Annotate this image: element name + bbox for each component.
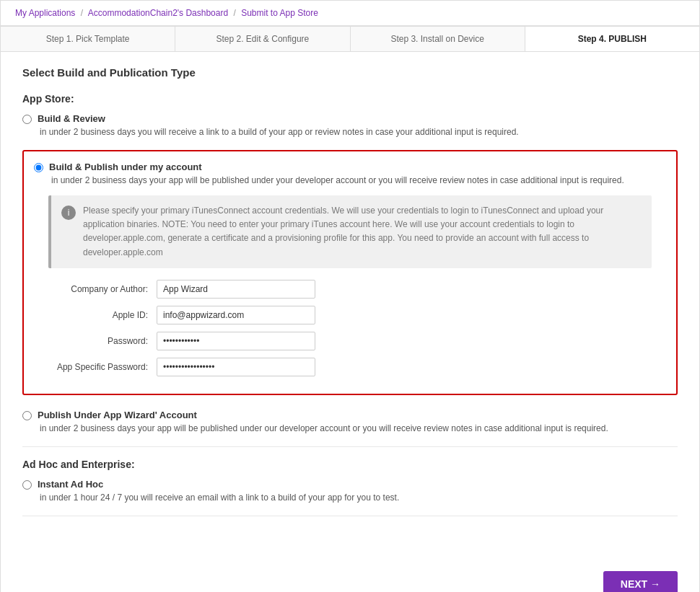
step-1[interactable]: Step 1. Pick Template: [1, 27, 175, 51]
publish-wizard-desc: in under 2 business days your app will b…: [40, 422, 678, 435]
build-publish-option: Build & Publish under my account in unde…: [34, 162, 666, 187]
instant-adhoc-title: Instant Ad Hoc: [38, 479, 103, 490]
app-store-label: App Store:: [22, 93, 678, 105]
publish-wizard-option: Publish Under App Wizard' Account in und…: [22, 410, 678, 435]
build-publish-radio[interactable]: [34, 163, 43, 172]
page-title: Select Build and Publication Type: [22, 66, 678, 79]
app-specific-password-row: App Specific Password:: [48, 358, 652, 376]
step-2[interactable]: Step 2. Edit & Configure: [175, 27, 350, 51]
publish-wizard-radio[interactable]: [22, 411, 32, 420]
breadcrumb-link-dashboard[interactable]: AccommodationChain2's Dashboard: [88, 8, 228, 18]
divider-1: [22, 446, 678, 447]
apple-id-input[interactable]: [157, 306, 315, 324]
breadcrumb-sep-2: /: [233, 8, 235, 18]
company-row: Company or Author:: [48, 280, 652, 299]
company-input[interactable]: [157, 280, 315, 299]
publish-wizard-label[interactable]: Publish Under App Wizard' Account: [22, 410, 678, 420]
next-button[interactable]: NEXT →: [603, 571, 678, 592]
build-publish-title: Build & Publish under my account: [49, 162, 202, 172]
password-row: Password:: [48, 332, 652, 350]
build-review-label[interactable]: Build & Review: [22, 113, 678, 124]
footer: NEXT →: [1, 557, 699, 592]
adhoc-section: Ad Hoc and Enterprise: Instant Ad Hoc in…: [22, 459, 678, 504]
steps-bar: Step 1. Pick Template Step 2. Edit & Con…: [1, 26, 699, 52]
password-label: Password:: [48, 336, 157, 346]
build-review-title: Build & Review: [38, 113, 105, 124]
info-box: i Please specify your primary iTunesConn…: [48, 195, 652, 268]
build-publish-desc: in under 2 business days your app will b…: [51, 174, 666, 187]
instant-adhoc-radio[interactable]: [22, 480, 32, 490]
instant-adhoc-option: Instant Ad Hoc in under 1 hour 24 / 7 yo…: [22, 479, 678, 504]
info-text: Please specify your primary iTunesConnec…: [83, 204, 642, 260]
breadcrumb-sep-1: /: [81, 8, 83, 18]
step-3[interactable]: Step 3. Install on Device: [351, 27, 525, 51]
company-label: Company or Author:: [48, 284, 157, 294]
breadcrumb-current: Submit to App Store: [241, 8, 318, 18]
main-content: Select Build and Publication Type App St…: [1, 52, 699, 542]
breadcrumb: My Applications / AccommodationChain2's …: [1, 1, 699, 26]
divider-2: [22, 516, 678, 516]
adhoc-title: Ad Hoc and Enterprise:: [22, 459, 678, 470]
instant-adhoc-label[interactable]: Instant Ad Hoc: [22, 479, 678, 490]
app-specific-password-label: App Specific Password:: [48, 362, 157, 372]
build-publish-label[interactable]: Build & Publish under my account: [34, 162, 666, 172]
apple-id-row: Apple ID:: [48, 306, 652, 324]
build-review-radio[interactable]: [22, 115, 32, 124]
info-icon: i: [61, 206, 76, 220]
password-input[interactable]: [157, 332, 315, 350]
build-publish-selected-box: Build & Publish under my account in unde…: [22, 150, 678, 395]
publish-wizard-title: Publish Under App Wizard' Account: [38, 410, 197, 420]
breadcrumb-link-applications[interactable]: My Applications: [15, 8, 75, 18]
build-review-option: Build & Review in under 2 business days …: [22, 113, 678, 138]
build-review-desc: in under 2 business days you will receiv…: [40, 125, 678, 138]
step-4[interactable]: Step 4. PUBLISH: [525, 27, 699, 51]
instant-adhoc-desc: in under 1 hour 24 / 7 you will receive …: [40, 491, 678, 504]
apple-id-label: Apple ID:: [48, 310, 157, 320]
app-specific-password-input[interactable]: [157, 358, 315, 376]
credentials-form: Company or Author: Apple ID: Password: A…: [48, 280, 652, 376]
